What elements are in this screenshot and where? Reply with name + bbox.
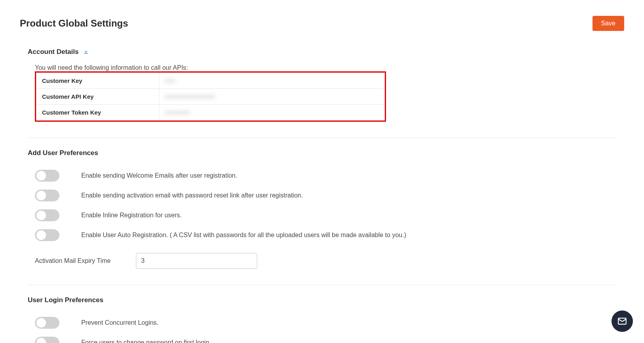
mail-fab-button[interactable] [612, 310, 633, 332]
user-login-preferences-title: User Login Preferences [28, 296, 103, 304]
divider [28, 138, 616, 138]
save-button[interactable]: Save [592, 16, 624, 31]
toggle-welcome-emails-label: Enable sending Welcome Emails after user… [81, 172, 237, 179]
account-details-note: You will need the following information … [35, 64, 616, 71]
api-keys-table: Customer Key ••••• Customer API Key ••••… [35, 71, 386, 122]
mail-icon [617, 316, 627, 326]
customer-api-key-label: Customer API Key [36, 88, 159, 104]
table-row: Customer Key ••••• [36, 73, 385, 88]
customer-token-key-label: Customer Token Key [36, 104, 159, 120]
add-user-preferences-title: Add User Preferences [28, 149, 98, 157]
user-login-preferences-section: User Login Preferences Prevent Concurren… [28, 296, 616, 343]
toggle-inline-registration[interactable] [35, 209, 59, 221]
activation-expiry-label: Activation Mail Expiry Time [35, 257, 114, 264]
toggle-prevent-concurrent-label: Prevent Concurrent Logins. [81, 319, 159, 326]
table-row: Customer Token Key •••••••••••• [36, 104, 385, 120]
toggle-auto-registration-label: Enable User Auto Registration. ( A CSV l… [81, 232, 406, 239]
toggle-welcome-emails[interactable] [35, 170, 59, 182]
toggle-force-password-change-label: Force users to change password on first … [81, 339, 211, 343]
account-details-section: Account Details You will need the follow… [28, 48, 616, 122]
customer-api-key-value: •••••••••••••••••••••••• [159, 88, 385, 104]
toggle-inline-registration-label: Enable Inline Registration for users. [81, 212, 182, 219]
customer-key-label: Customer Key [36, 73, 159, 88]
download-icon[interactable] [83, 48, 89, 56]
toggle-activation-email[interactable] [35, 190, 59, 201]
toggle-auto-registration[interactable] [35, 229, 59, 241]
table-row: Customer API Key •••••••••••••••••••••••… [36, 88, 385, 104]
divider [28, 285, 616, 285]
toggle-prevent-concurrent[interactable] [35, 317, 59, 329]
add-user-preferences-section: Add User Preferences Enable sending Welc… [28, 149, 616, 269]
customer-key-value: ••••• [159, 73, 385, 88]
page-title: Product Global Settings [20, 18, 128, 29]
activation-expiry-input[interactable] [136, 253, 257, 269]
toggle-force-password-change[interactable] [35, 337, 59, 343]
toggle-activation-email-label: Enable sending activation email with pas… [81, 192, 303, 199]
account-details-title: Account Details [28, 48, 78, 56]
customer-token-key-value: •••••••••••• [159, 104, 385, 120]
